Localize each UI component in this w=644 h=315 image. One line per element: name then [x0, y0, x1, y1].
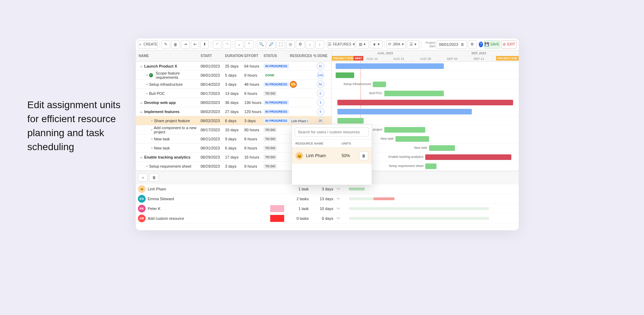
status-badge[interactable]: TO DO	[264, 91, 277, 96]
exit-button[interactable]: ⊘EXIT	[501, 40, 517, 49]
start-date[interactable]: 08/17/2023	[201, 91, 225, 96]
gantt-bar[interactable]	[429, 145, 455, 151]
progress-donut[interactable]: 100	[317, 71, 324, 79]
save-button[interactable]: 💾SAVE	[484, 40, 500, 49]
outdent-button[interactable]: ⇤	[191, 40, 200, 49]
color-swatch[interactable]	[270, 186, 284, 192]
effort[interactable]: 48 hours	[244, 82, 264, 86]
col-done[interactable]: % DONE	[311, 54, 330, 58]
status-badge[interactable]: TO DO	[264, 136, 277, 141]
duration[interactable]: 36 days	[225, 100, 244, 105]
remove-resource-button[interactable]: 🗑	[359, 151, 368, 160]
target-button[interactable]: ◎	[286, 40, 295, 49]
expand-button[interactable]: ⌃	[245, 40, 253, 49]
duration[interactable]: 3 days	[225, 164, 244, 168]
filter-button[interactable]: ▼▾	[370, 40, 383, 49]
start-date[interactable]: 08/29/2023	[201, 155, 225, 159]
zoom-out-button[interactable]: 🔎	[267, 40, 275, 49]
gantt-bar[interactable]	[384, 91, 444, 96]
col-status[interactable]: STATUS	[264, 54, 290, 58]
fit-button[interactable]: ⛶	[276, 40, 285, 49]
gantt-row[interactable]	[332, 71, 519, 80]
prev-button[interactable]: ‹	[306, 40, 314, 49]
settings-zoom-button[interactable]: ⚙	[296, 40, 304, 49]
start-date[interactable]: 08/31/2023	[201, 146, 225, 150]
gantt-row[interactable]	[332, 107, 519, 116]
next-button[interactable]: ›	[315, 40, 324, 49]
col-resources[interactable]: RESOURCES	[290, 54, 311, 58]
start-date[interactable]: 08/02/2023	[201, 100, 225, 105]
features-button[interactable]: ☰FEATURES▾	[328, 40, 355, 49]
gantt-row[interactable]: Setup infrastructure	[332, 80, 519, 89]
redo-button[interactable]: ↷	[223, 40, 231, 49]
edit-button[interactable]: ✎	[161, 40, 170, 49]
project-start-date[interactable]: 08/01/2023🗓	[436, 40, 467, 49]
undo-button[interactable]: ↶	[213, 40, 222, 49]
task-row[interactable]: ⌄ Implement features 08/02/2023 27 days …	[136, 107, 331, 116]
export-button[interactable]: ⬆	[200, 40, 209, 49]
task-row[interactable]: ⌄ Develop web app 08/02/2023 36 days 136…	[136, 98, 331, 107]
effort[interactable]: 120 hours	[244, 110, 264, 114]
effort[interactable]: 16 hours	[244, 155, 264, 159]
gantt-row[interactable]	[332, 98, 519, 107]
status-badge[interactable]: DONE	[264, 73, 276, 78]
duration[interactable]: 9 days	[225, 137, 244, 141]
effort[interactable]: 3 days	[244, 119, 264, 123]
resource-row[interactable]: ES Emma Steward 2 tasks 13 days 5d	[136, 194, 519, 204]
start-date[interactable]: 08/02/2023	[201, 110, 225, 114]
status-badge[interactable]: TO DO	[264, 155, 277, 160]
gantt-bar[interactable]	[337, 100, 513, 105]
col-effort[interactable]: EFFORT	[244, 54, 264, 58]
color-swatch[interactable]	[270, 205, 284, 212]
duration[interactable]: 6 days	[225, 146, 244, 150]
resource-avatar[interactable]: ES	[290, 81, 297, 88]
effort[interactable]: 8 hours	[244, 73, 264, 77]
expand-icon[interactable]: ⌄	[139, 100, 143, 105]
delete-resource-button[interactable]: 🗑	[149, 173, 159, 182]
task-row[interactable]: Buil POC 08/17/2023 13 days 8 hours TO D…	[136, 89, 331, 98]
effort[interactable]: 8 hours	[244, 146, 264, 150]
collapse-button[interactable]: ⌄	[235, 40, 244, 49]
task-row[interactable]: ⌄ Launch Product X 08/01/2023 25 days 64…	[136, 62, 331, 71]
more-button[interactable]: ☰▾	[407, 40, 419, 49]
start-date[interactable]: 08/21/2023	[201, 137, 225, 141]
jira-button[interactable]: ⟳JIRA▾	[386, 40, 406, 49]
start-date[interactable]: 08/14/2023	[201, 82, 225, 86]
gantt-bar[interactable]	[337, 109, 472, 114]
create-button[interactable]: ＋CREATE	[138, 40, 158, 49]
duration[interactable]: 3 days	[225, 82, 244, 86]
indent-button[interactable]: ⇥	[181, 40, 190, 49]
expand-icon[interactable]: ⌄	[139, 155, 143, 159]
duration[interactable]: 13 days	[225, 91, 244, 96]
start-date[interactable]: 08/01/2023	[201, 64, 225, 68]
duration[interactable]: 25 days	[225, 64, 244, 68]
task-row[interactable]: Setup infrastructure 08/14/2023 3 days 4…	[136, 80, 331, 89]
duration[interactable]: 6 days	[225, 119, 244, 123]
start-date[interactable]: 08/17/2023	[201, 128, 225, 132]
progress-donut[interactable]: 3	[317, 99, 324, 106]
start-date[interactable]: 08/29/2023	[201, 164, 225, 168]
progress-donut[interactable]: 5	[317, 108, 324, 115]
gantt-bar[interactable]	[425, 154, 511, 160]
duration[interactable]: 27 days	[225, 110, 244, 114]
color-swatch[interactable]	[270, 215, 284, 222]
gantt-row[interactable]	[332, 62, 519, 71]
resource-search-input[interactable]	[295, 127, 369, 136]
status-badge[interactable]: IN PROGRESS	[264, 100, 289, 105]
expand-icon[interactable]: ⌄	[139, 109, 143, 114]
start-date[interactable]: 08/01/2023	[201, 73, 225, 77]
progress-donut[interactable]: 0	[317, 90, 324, 97]
col-name[interactable]: NAME	[136, 54, 201, 58]
resource-row[interactable]: AR Add custom resource 0 tasks 0 days 5d	[136, 214, 519, 223]
duration[interactable]: 5 days	[225, 73, 244, 77]
effort[interactable]: 8 hours	[244, 137, 264, 141]
effort[interactable]: 8 hours	[244, 91, 264, 96]
status-badge[interactable]: IN PROGRESS	[264, 82, 289, 87]
effort[interactable]: 8 hours	[244, 164, 264, 168]
color-swatch[interactable]	[270, 195, 284, 202]
resource-row[interactable]: PK Peter K 1 task 10 days 5d	[136, 204, 519, 214]
gantt-bar[interactable]	[425, 163, 436, 169]
status-badge[interactable]: IN PROGRESS	[264, 109, 289, 114]
effort[interactable]: 80 hours	[244, 128, 264, 132]
help-icon[interactable]: ?	[479, 42, 483, 47]
